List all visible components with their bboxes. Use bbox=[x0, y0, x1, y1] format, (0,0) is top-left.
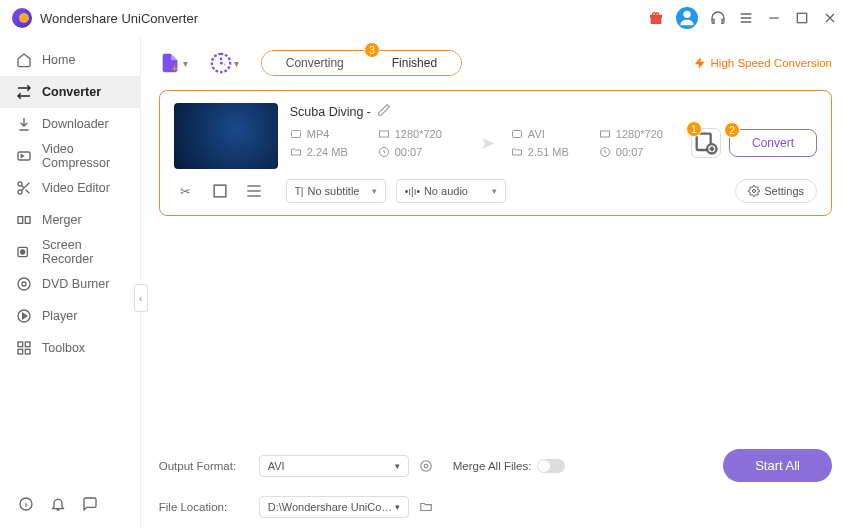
open-folder-icon[interactable] bbox=[419, 500, 433, 514]
sidebar-item-label: Downloader bbox=[42, 117, 109, 131]
dst-format: AVI bbox=[528, 128, 545, 140]
audio-select[interactable]: •ı|ı• No audio ▾ bbox=[396, 179, 506, 203]
compressor-icon bbox=[16, 148, 32, 164]
dst-size: 2.51 MB bbox=[528, 146, 569, 158]
clock-icon bbox=[378, 146, 390, 158]
start-all-button[interactable]: Start All bbox=[723, 449, 832, 482]
high-speed-link[interactable]: High Speed Conversion bbox=[693, 56, 832, 70]
output-format-select[interactable]: AVI ▾ bbox=[259, 455, 409, 477]
sidebar-item-recorder[interactable]: Screen Recorder bbox=[0, 236, 140, 268]
svg-point-29 bbox=[421, 460, 432, 471]
add-file-button[interactable]: + ▾ bbox=[159, 52, 188, 74]
file-title: Scuba Diving - bbox=[290, 105, 371, 119]
sidebar-item-label: Screen Recorder bbox=[42, 238, 124, 266]
sidebar-item-label: Merger bbox=[42, 213, 82, 227]
svg-rect-26 bbox=[214, 185, 226, 197]
tab-converting[interactable]: Converting bbox=[262, 51, 368, 75]
sidebar-item-compressor[interactable]: Video Compressor bbox=[0, 140, 140, 172]
sidebar-item-dvd[interactable]: DVD Burner bbox=[0, 268, 140, 300]
sidebar-item-label: Player bbox=[42, 309, 77, 323]
film-icon bbox=[290, 128, 302, 140]
svg-point-27 bbox=[753, 190, 756, 193]
sidebar-item-toolbox[interactable]: Toolbox bbox=[0, 332, 140, 364]
gift-icon[interactable] bbox=[648, 10, 664, 26]
video-thumbnail[interactable] bbox=[174, 103, 278, 169]
step-badge-2: 2 bbox=[724, 122, 740, 138]
svg-text:+: + bbox=[172, 63, 178, 74]
subtitle-label: No subtitle bbox=[307, 185, 359, 197]
recorder-icon bbox=[16, 244, 32, 260]
grid-icon bbox=[16, 340, 32, 356]
high-speed-label: High Speed Conversion bbox=[711, 57, 832, 69]
output-format-value: AVI bbox=[268, 460, 285, 472]
close-icon[interactable] bbox=[822, 10, 838, 26]
menu-icon[interactable] bbox=[738, 10, 754, 26]
step-badge-1: 1 bbox=[686, 121, 702, 137]
svg-rect-14 bbox=[18, 349, 23, 354]
disc-icon bbox=[16, 276, 32, 292]
subtitle-select[interactable]: T| No subtitle ▾ bbox=[286, 179, 386, 203]
location-value: D:\Wondershare UniConverter bbox=[268, 501, 395, 513]
arrow-icon: ➤ bbox=[480, 132, 495, 154]
home-icon bbox=[16, 52, 32, 68]
download-icon bbox=[16, 116, 32, 132]
svg-point-4 bbox=[18, 190, 22, 194]
resolution-icon bbox=[599, 128, 611, 140]
settings-label: Settings bbox=[764, 185, 804, 197]
svg-rect-21 bbox=[512, 131, 521, 138]
bell-icon[interactable] bbox=[50, 496, 66, 512]
app-logo bbox=[12, 8, 32, 28]
sidebar-item-merger[interactable]: Merger bbox=[0, 204, 140, 236]
merge-toggle[interactable] bbox=[537, 459, 565, 473]
minimize-icon[interactable] bbox=[766, 10, 782, 26]
src-dur: 00:07 bbox=[395, 146, 423, 158]
rename-icon[interactable] bbox=[377, 103, 391, 120]
sidebar-item-home[interactable]: Home bbox=[0, 44, 140, 76]
svg-rect-19 bbox=[379, 131, 388, 137]
dst-res: 1280*720 bbox=[616, 128, 663, 140]
output-preset-button[interactable]: 1 bbox=[691, 128, 721, 158]
sidebar-item-label: Video Compressor bbox=[42, 142, 124, 170]
effect-icon[interactable] bbox=[242, 181, 266, 201]
svg-rect-6 bbox=[25, 217, 30, 224]
resolution-icon bbox=[378, 128, 390, 140]
info-icon[interactable] bbox=[18, 496, 34, 512]
src-format: MP4 bbox=[307, 128, 330, 140]
gear-icon bbox=[748, 185, 760, 197]
svg-point-8 bbox=[21, 250, 25, 254]
add-url-icon bbox=[210, 52, 232, 74]
feedback-icon[interactable] bbox=[82, 496, 98, 512]
sidebar-item-editor[interactable]: Video Editor bbox=[0, 172, 140, 204]
svg-rect-12 bbox=[18, 342, 23, 347]
maximize-icon[interactable] bbox=[794, 10, 810, 26]
tab-finished[interactable]: Finished bbox=[368, 51, 461, 75]
audio-label: No audio bbox=[424, 185, 468, 197]
sidebar-item-player[interactable]: Player bbox=[0, 300, 140, 332]
output-settings-icon[interactable] bbox=[419, 459, 433, 473]
audio-icon: •ı|ı• bbox=[405, 186, 420, 197]
sidebar-item-label: DVD Burner bbox=[42, 277, 109, 291]
subtitle-icon: T| bbox=[295, 186, 304, 197]
settings-button[interactable]: Settings bbox=[735, 179, 817, 203]
trim-icon[interactable]: ✂ bbox=[174, 181, 198, 201]
sidebar-item-label: Home bbox=[42, 53, 75, 67]
svg-rect-1 bbox=[797, 13, 806, 22]
crop-icon[interactable] bbox=[208, 181, 232, 201]
dst-dur: 00:07 bbox=[616, 146, 644, 158]
convert-button[interactable]: 2 Convert bbox=[729, 129, 817, 157]
svg-point-3 bbox=[18, 182, 22, 186]
add-url-button[interactable]: ▾ bbox=[210, 52, 239, 74]
src-res: 1280*720 bbox=[395, 128, 442, 140]
sidebar-item-downloader[interactable]: Downloader bbox=[0, 108, 140, 140]
svg-rect-18 bbox=[291, 131, 300, 138]
play-icon bbox=[16, 308, 32, 324]
content-area: + ▾ ▾ Converting Finished 3 High Speed C… bbox=[141, 36, 850, 528]
user-avatar[interactable] bbox=[676, 7, 698, 29]
location-select[interactable]: D:\Wondershare UniConverter ▾ bbox=[259, 496, 409, 518]
sidebar: Home Converter Downloader Video Compress… bbox=[0, 36, 141, 528]
scissors-icon bbox=[16, 180, 32, 196]
titlebar: Wondershare UniConverter bbox=[0, 0, 850, 36]
headphones-icon[interactable] bbox=[710, 10, 726, 26]
sidebar-item-label: Video Editor bbox=[42, 181, 110, 195]
sidebar-item-converter[interactable]: Converter bbox=[0, 76, 140, 108]
